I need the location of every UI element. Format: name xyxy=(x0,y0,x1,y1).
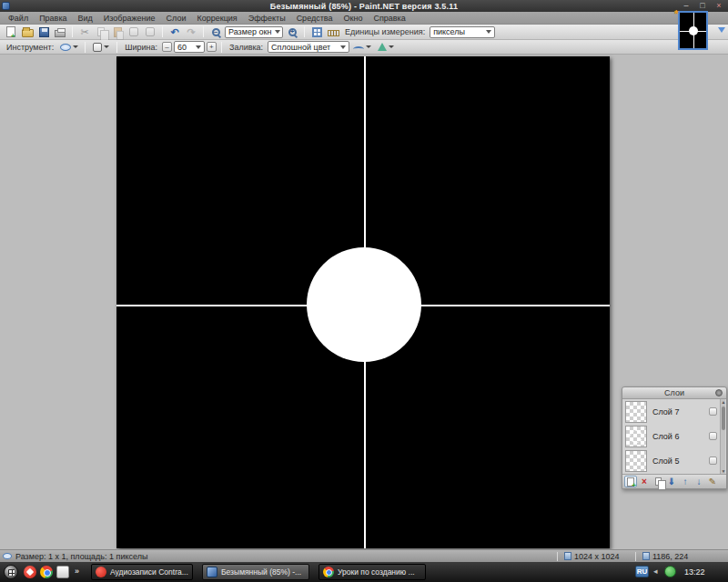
units-dropdown[interactable]: пикселы xyxy=(430,26,495,38)
printer-icon xyxy=(55,30,66,37)
width-dropdown[interactable]: 60 xyxy=(174,41,205,53)
layers-panel-title: Слои xyxy=(664,388,684,397)
duplicate-layer-icon xyxy=(655,477,662,486)
shape-mode-button[interactable] xyxy=(90,41,112,54)
fill-style-dropdown[interactable]: Сплошной цвет xyxy=(268,41,349,53)
image-list-chevron-icon[interactable] xyxy=(718,27,725,33)
menu-effects[interactable]: Эффекты xyxy=(243,12,291,25)
selection-tool-status-icon xyxy=(3,553,12,559)
cursor-position-text: 1186, 224 xyxy=(652,552,688,561)
clock: 13:22 xyxy=(684,567,705,577)
current-tool-button[interactable] xyxy=(58,41,80,54)
tray-expand-icon[interactable]: ◂ xyxy=(653,567,658,576)
layers-scrollbar[interactable]: ▲ ▼ xyxy=(720,399,725,474)
taskbar-button-chrome-lessons[interactable]: Уроки по созданию ... xyxy=(318,564,426,580)
floppy-icon xyxy=(39,27,49,37)
move-layer-up-button[interactable]: ↑ xyxy=(679,476,692,487)
layer-visibility-checkbox[interactable] xyxy=(709,457,717,465)
minimize-button[interactable]: – xyxy=(681,1,692,11)
duplicate-layer-button[interactable] xyxy=(652,476,664,487)
grid-toggle-button[interactable] xyxy=(309,25,324,38)
maximize-button[interactable]: □ xyxy=(697,1,708,11)
menu-window[interactable]: Окно xyxy=(339,12,369,25)
zoom-in-button[interactable]: + xyxy=(285,25,299,38)
language-indicator[interactable]: RU xyxy=(635,566,649,577)
scrollbar-thumb[interactable] xyxy=(722,406,725,430)
layers-toolbar: + × ⇓ ↑ ↓ ✎ xyxy=(622,474,726,488)
zoom-mode-dropdown[interactable]: Размер окн xyxy=(225,26,283,38)
menu-adjustments[interactable]: Коррекция xyxy=(191,12,242,25)
menu-layers[interactable]: Слои xyxy=(161,12,192,25)
scroll-up-icon[interactable]: ▲ xyxy=(721,399,726,405)
canvas[interactable] xyxy=(116,56,610,548)
scroll-down-icon[interactable]: ▼ xyxy=(721,468,726,474)
width-increase-button[interactable]: + xyxy=(207,42,217,52)
selection-info-text: Размер: 1 x 1, площадь: 1 пикселы xyxy=(15,552,147,561)
width-decrease-button[interactable]: – xyxy=(162,42,172,52)
window-title: Безымянный (85%) - Paint.NET версия 3.5.… xyxy=(0,2,728,11)
quick-launch-overflow-chevron[interactable]: » xyxy=(75,567,79,576)
start-button[interactable] xyxy=(4,565,18,579)
layers-panel-close-button[interactable] xyxy=(715,389,723,396)
close-button[interactable]: × xyxy=(713,1,724,11)
new-file-button[interactable]: + xyxy=(4,25,18,38)
pencil-icon: ✎ xyxy=(709,477,716,487)
layer-properties-button[interactable]: ✎ xyxy=(706,476,719,487)
quick-launch-chrome-icon[interactable] xyxy=(40,566,53,578)
layer-name: Слой 6 xyxy=(652,432,679,441)
line-style-button[interactable] xyxy=(351,41,373,54)
crop-icon xyxy=(129,27,138,36)
print-button[interactable] xyxy=(53,25,67,38)
arrow-down-icon: ↓ xyxy=(697,477,702,487)
redo-icon: ↷ xyxy=(187,26,195,37)
layer-name: Слой 5 xyxy=(652,457,679,466)
tool-label: Инструмент: xyxy=(6,43,54,52)
move-layer-down-button[interactable]: ↓ xyxy=(693,476,705,487)
layer-visibility-checkbox[interactable] xyxy=(709,407,717,416)
chevron-down-icon xyxy=(73,45,78,48)
taskbar-button-audio[interactable]: Аудиозаписи Contra... xyxy=(91,564,193,580)
chevron-down-icon xyxy=(275,30,280,34)
layer-visibility-checkbox[interactable] xyxy=(709,432,717,440)
menu-help[interactable]: Справка xyxy=(368,12,410,25)
image-size-icon xyxy=(564,552,571,560)
statusbar-separator xyxy=(635,552,636,561)
layers-panel-header[interactable]: Слои xyxy=(622,387,726,399)
open-file-button[interactable] xyxy=(20,25,35,38)
delete-layer-button[interactable]: × xyxy=(638,476,651,487)
deselect-button xyxy=(143,25,157,38)
open-image-thumbnail[interactable] xyxy=(678,11,708,50)
menu-file[interactable]: Файл xyxy=(3,12,34,25)
grid-icon xyxy=(312,27,322,37)
tool-options-toolbar: Инструмент: Ширина: – 60 + Заливка: Спло… xyxy=(0,40,728,55)
toolbar-separator xyxy=(221,42,222,53)
menu-image[interactable]: Изображение xyxy=(98,12,161,25)
antialiasing-button[interactable] xyxy=(375,41,397,54)
menu-edit[interactable]: Правка xyxy=(34,12,72,25)
new-badge-icon: + xyxy=(11,33,17,39)
menu-utilities[interactable]: Средства xyxy=(291,12,339,25)
tray-green-app-icon[interactable] xyxy=(664,566,676,577)
shape-outline-icon xyxy=(93,43,102,52)
units-label: Единицы измерения: xyxy=(345,27,425,36)
chevron-down-icon xyxy=(104,45,109,48)
arrow-up-icon: ↑ xyxy=(683,477,688,487)
add-layer-button[interactable]: + xyxy=(624,476,637,487)
layer-row[interactable]: Слой 6 xyxy=(622,424,726,448)
quick-launch-package-icon[interactable] xyxy=(56,566,69,578)
menu-view[interactable]: Вид xyxy=(73,12,98,25)
save-button[interactable] xyxy=(36,25,51,38)
thumbnail-circle xyxy=(689,26,698,35)
taskbar-button-paint-net[interactable]: Безымянный (85%) -... xyxy=(202,564,309,580)
deselect-icon xyxy=(146,27,155,36)
ruler-toggle-button[interactable] xyxy=(326,25,340,38)
undo-button[interactable]: ↶ xyxy=(167,25,182,38)
merge-down-button[interactable]: ⇓ xyxy=(665,476,678,487)
quick-launch-browser-icon[interactable] xyxy=(24,566,36,578)
statusbar-separator xyxy=(557,552,558,561)
zoom-out-button[interactable]: – xyxy=(208,25,223,38)
layer-row[interactable]: Слой 7 xyxy=(622,399,726,424)
merge-down-icon: ⇓ xyxy=(668,477,675,487)
layer-row[interactable]: Слой 5 xyxy=(622,448,726,473)
title-bar: Безымянный (85%) - Paint.NET версия 3.5.… xyxy=(0,0,728,12)
